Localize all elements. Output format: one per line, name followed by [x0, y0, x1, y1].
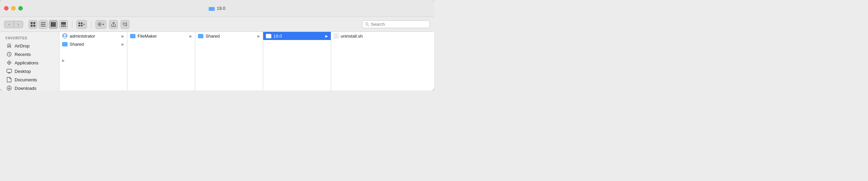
item-label: administrator: [70, 34, 95, 39]
svg-rect-19: [78, 25, 80, 26]
view-options-icon: [78, 22, 83, 26]
main-content: Favorites AirDrop: [0, 32, 434, 90]
folder-icon: [62, 42, 68, 46]
svg-point-33: [9, 45, 10, 46]
svg-rect-23: [100, 25, 100, 26]
svg-rect-12: [55, 22, 56, 27]
svg-rect-27: [100, 25, 101, 26]
documents-icon: [6, 77, 12, 83]
arrow-icon: ▶: [122, 42, 124, 46]
file-icon: [334, 33, 339, 39]
svg-rect-5: [33, 25, 35, 27]
item-label: 19.0: [273, 34, 282, 39]
finder-window: 19.0 ‹ ›: [0, 0, 434, 90]
sidebar-item-documents-label: Documents: [15, 77, 37, 82]
list-item[interactable]: uninstall.sh: [331, 32, 434, 40]
close-button[interactable]: [4, 6, 8, 11]
airdrop-icon: [6, 43, 12, 49]
svg-rect-37: [8, 73, 10, 74]
svg-rect-10: [52, 22, 53, 27]
maximize-button[interactable]: [18, 6, 23, 11]
svg-rect-13: [61, 22, 66, 25]
search-bar[interactable]: [362, 20, 430, 28]
list-item-arrow[interactable]: ▶: [59, 56, 127, 64]
sidebar-item-recents[interactable]: Recents: [2, 50, 57, 58]
column-5: uninstall.sh: [331, 32, 434, 90]
view-buttons: [29, 20, 68, 29]
svg-rect-8: [41, 26, 46, 26]
separator-2: [91, 21, 91, 28]
folder-icon: [130, 34, 135, 38]
sidebar-item-applications-label: Applications: [15, 60, 38, 65]
list-item[interactable]: administrator ▶: [59, 32, 127, 40]
svg-rect-11: [54, 22, 55, 27]
column-1: administrator ▶ Shared ▶ ▶: [59, 32, 127, 90]
gallery-icon: [61, 22, 66, 27]
icon-view-button[interactable]: [29, 20, 37, 29]
folder-icon: [198, 34, 203, 38]
svg-rect-26: [98, 22, 99, 23]
svg-rect-15: [63, 25, 64, 27]
column-4: 19.0 ▶: [263, 32, 331, 90]
forward-icon: ›: [18, 22, 19, 26]
column-2: FileMaker ▶: [127, 32, 195, 90]
share-icon: [111, 22, 116, 27]
sidebar-item-documents[interactable]: Documents: [2, 76, 57, 84]
list-item[interactable]: FileMaker ▶: [127, 32, 195, 40]
arrow-icon: ▶: [325, 34, 328, 38]
svg-point-31: [365, 23, 368, 25]
list-icon: [41, 22, 46, 27]
titlebar: 19.0: [0, 0, 434, 17]
svg-rect-7: [41, 24, 46, 25]
sidebar-item-recents-label: Recents: [15, 52, 31, 57]
window-title-text: 19.0: [217, 6, 225, 11]
gallery-view-button[interactable]: [59, 20, 68, 29]
favorites-label: Favorites: [0, 35, 59, 41]
svg-point-21: [99, 24, 101, 25]
column-view-button[interactable]: [49, 20, 58, 29]
svg-rect-25: [101, 24, 102, 25]
toolbar: ‹ ›: [0, 17, 434, 32]
minimize-button[interactable]: [11, 6, 16, 11]
sidebar-item-downloads[interactable]: Downloads: [2, 84, 57, 90]
svg-point-30: [126, 24, 126, 25]
svg-rect-9: [51, 22, 52, 27]
desktop-icon: [6, 68, 12, 74]
column-icon: [51, 22, 56, 27]
forward-button[interactable]: ›: [14, 21, 23, 28]
svg-rect-36: [7, 69, 12, 73]
svg-rect-16: [65, 25, 66, 27]
list-item[interactable]: Shared ▶: [59, 40, 127, 48]
search-input[interactable]: [371, 22, 427, 27]
nav-buttons: ‹ ›: [4, 21, 23, 28]
list-item[interactable]: Shared ▶: [195, 32, 263, 40]
applications-icon: [6, 60, 12, 66]
recents-icon: [6, 51, 12, 57]
window-title: 19.0: [209, 6, 225, 11]
separator-1: [72, 21, 72, 28]
svg-rect-18: [81, 22, 83, 24]
sidebar-item-airdrop[interactable]: AirDrop: [2, 42, 57, 50]
traffic-lights: [4, 6, 23, 11]
sidebar-item-desktop-label: Desktop: [15, 69, 31, 74]
list-view-button[interactable]: [39, 20, 48, 29]
svg-rect-4: [31, 25, 33, 27]
list-item-selected[interactable]: 19.0 ▶: [263, 32, 331, 40]
search-icon: [365, 22, 369, 26]
arrow-icon: ▶: [122, 34, 124, 38]
sidebar-item-desktop[interactable]: Desktop: [2, 67, 57, 75]
chevron-down-icon: ▾: [83, 23, 85, 26]
svg-rect-20: [81, 25, 83, 26]
svg-rect-3: [33, 22, 35, 24]
svg-rect-29: [101, 22, 102, 23]
back-button[interactable]: ‹: [4, 21, 14, 28]
svg-line-32: [368, 25, 369, 26]
action-button[interactable]: ▾: [95, 20, 106, 29]
sidebar-item-airdrop-label: AirDrop: [15, 43, 30, 48]
svg-point-35: [8, 62, 10, 63]
tag-button[interactable]: [121, 20, 129, 29]
item-label: uninstall.sh: [341, 34, 363, 39]
sidebar-item-applications[interactable]: Applications: [2, 59, 57, 67]
share-button[interactable]: [109, 20, 118, 29]
view-options-button[interactable]: ▾: [76, 20, 87, 29]
